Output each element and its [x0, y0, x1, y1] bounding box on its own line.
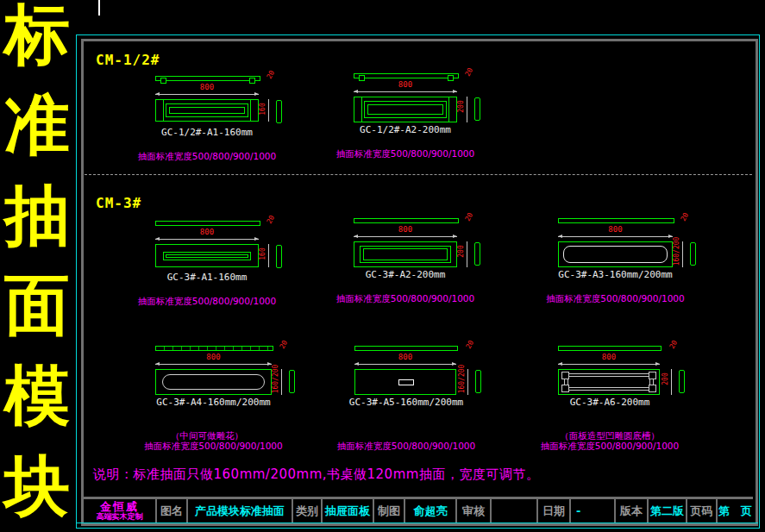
- category-value: 抽屉面板: [321, 499, 373, 523]
- drawing-name-label: 图名: [155, 499, 186, 523]
- height-dim: 160/200: [458, 361, 466, 397]
- drawing-id: GC-1/2#-A1-160mm: [142, 127, 272, 138]
- dimension-line: [558, 364, 660, 365]
- height-dim: 200: [457, 234, 465, 270]
- dimension-line: [155, 94, 259, 95]
- width-options-note: 抽面标准宽度500/800/900/1000: [539, 293, 692, 305]
- width-dim: 800: [558, 353, 660, 361]
- sheet-border-bottom-line: [77, 523, 758, 523]
- dimension-line: [155, 364, 272, 365]
- section-label-cm12: CM-1/2#: [96, 52, 160, 68]
- height-dim: 160: [259, 236, 266, 272]
- page-label: 页码: [686, 499, 716, 523]
- drawer-top-view: [354, 73, 459, 78]
- crosshair-tick: [98, 0, 100, 16]
- dimension-line: [354, 91, 457, 92]
- width-options-note: 抽面标准宽度500/800/900/1000: [335, 293, 476, 305]
- section-label-cm3: CM-3#: [96, 195, 141, 211]
- vertical-dim-line: [682, 241, 683, 267]
- width-options-note: 抽面标准宽度500/800/900/1000: [539, 441, 680, 453]
- drawing-name-value: 产品模块标准抽面: [186, 499, 292, 523]
- drawer-top-view: [558, 346, 662, 351]
- width-dim: 800: [155, 353, 272, 361]
- drawing-gc3-a5: 20 800 160/200 GC-3#-A5-160mm/200mm 抽面标准…: [354, 343, 484, 455]
- side-profile-view: [276, 100, 282, 123]
- version-label: 版本: [614, 499, 647, 523]
- width-dim: 800: [155, 83, 259, 91]
- drawing-gc3-a4: 20 800 160/200 GC-3#-A4-160mm/200mm （中间可…: [155, 343, 285, 455]
- height-dim: 200: [662, 361, 669, 397]
- width-dim: 800: [558, 225, 673, 234]
- vertical-dim-line: [671, 369, 672, 395]
- side-profile-view: [276, 245, 282, 268]
- reviewer-label: 审核: [455, 499, 490, 523]
- handle-cutout: [398, 379, 414, 385]
- title-char: 准: [4, 92, 70, 158]
- width-options-note: 抽面标准宽度500/800/900/1000: [136, 296, 278, 308]
- vertical-dim-line: [268, 244, 269, 267]
- side-profile-view: [690, 242, 696, 266]
- drawing-id: GC-3#-A2-200mm: [341, 269, 470, 280]
- title-char: 模: [4, 363, 70, 429]
- drawer-top-view: [354, 218, 459, 223]
- category-label: 类别: [292, 499, 321, 523]
- company-name: 金恒威: [100, 501, 139, 512]
- dimension-line: [354, 236, 457, 237]
- drawing-id: GC-3#-A6-200mm: [545, 397, 674, 408]
- vertical-dim-line: [467, 97, 467, 122]
- drawer-top-view: [155, 346, 273, 351]
- height-dim: 160/200: [272, 361, 279, 397]
- side-profile-view: [475, 370, 481, 393]
- drawing-gc3-a6: 20 800 200 GC-3#-A6-200mm （面板造型凹雕圆底槽） 抽面…: [558, 343, 687, 455]
- drawing-id: GC-3#-A1-160mm: [142, 272, 272, 283]
- width-dim: 800: [354, 225, 457, 234]
- drawer-front-view: [155, 244, 259, 267]
- drawer-top-view: [354, 346, 458, 351]
- vertical-dim-line: [467, 369, 468, 395]
- company-logo: 金恒威 高端实木定制: [84, 499, 155, 523]
- drafter-label: 制图: [373, 499, 404, 523]
- version-value: 第二版: [647, 499, 686, 523]
- drawing-gc3-a2: 20 800 200 GC-3#-A2-200mm 抽面标准宽度500/800/…: [354, 216, 483, 328]
- drawing-gc3-a1: 20 800 160 GC-3#-A1-160mm 抽面标准宽度500/800/…: [155, 218, 285, 330]
- vertical-dim-line: [467, 241, 467, 267]
- date-value: -: [569, 499, 614, 523]
- dimension-line: [155, 239, 259, 240]
- height-dim: 160/200: [673, 234, 680, 270]
- side-profile-view: [474, 242, 480, 266]
- drawing-id: GC-1/2#-A2-200mm: [341, 124, 470, 135]
- drawing-gc3-a3: 20 800 160/200 GC-3#-A3-160mm/200mm 抽面标准…: [558, 216, 687, 328]
- date-label: 日期: [536, 499, 569, 523]
- drawing-id: GC-3#-A5-160mm/200mm: [342, 397, 471, 408]
- page-value: 第 页: [716, 499, 753, 523]
- drawer-front-view: [558, 369, 660, 395]
- drawer-front-view: [558, 241, 673, 267]
- sheet-vertical-title: 标 准 抽 面 模 块: [0, 2, 74, 519]
- title-char: 块: [4, 454, 70, 519]
- title-char: 面: [4, 272, 70, 338]
- drawer-top-view: [558, 218, 674, 223]
- reviewer-value: [490, 499, 536, 523]
- width-dim: 800: [354, 80, 457, 89]
- width-dim: 800: [354, 353, 456, 361]
- drawer-top-view: [155, 76, 260, 81]
- width-options-note: 抽面标准宽度500/800/900/1000: [136, 151, 278, 163]
- cad-viewport[interactable]: 标 准 抽 面 模 块 CM-1/2# CM-3# 20 800 160 GC-…: [0, 0, 765, 532]
- side-profile-view: [679, 370, 685, 393]
- width-options-note: 抽面标准宽度500/800/900/1000: [136, 441, 291, 453]
- drawing-gc12-a1: 20 800 160 GC-1/2#-A1-160mm 抽面标准宽度500/80…: [155, 73, 285, 185]
- drawer-top-view: [155, 221, 260, 226]
- drawing-id: GC-3#-A3-160mm/200mm: [545, 269, 686, 280]
- sheet-note: 说明：标准抽面只做160mm/200mm,书桌做120mm抽面，宽度可调节。: [93, 466, 539, 483]
- drafter-value: 俞超亮: [404, 499, 455, 523]
- drawer-front-view: [354, 97, 457, 122]
- width-options-note: 抽面标准宽度500/800/900/1000: [335, 441, 477, 453]
- vertical-dim-line: [281, 369, 282, 395]
- drawer-front-view: [354, 369, 456, 395]
- width-options-note: 抽面标准宽度500/800/900/1000: [335, 148, 476, 160]
- drawing-id: GC-3#-A4-160mm/200mm: [142, 397, 285, 408]
- drawer-front-view: [155, 99, 259, 122]
- height-dim: 200: [457, 89, 465, 125]
- title-char: 抽: [4, 183, 70, 248]
- title-block: 金恒威 高端实木定制 图名 产品模块标准抽面 类别 抽屉面板 制图 俞超亮 审核…: [84, 497, 753, 523]
